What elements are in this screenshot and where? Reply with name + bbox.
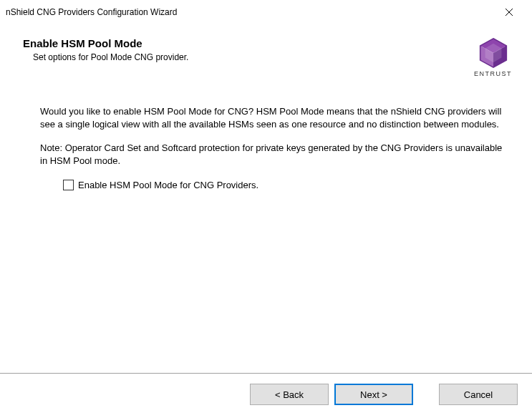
brand-logo: ENTRUST (474, 37, 512, 77)
brand-name: ENTRUST (474, 70, 512, 77)
close-icon (505, 8, 513, 16)
titlebar: nShield CNG Providers Configuration Wiza… (0, 0, 532, 24)
back-button[interactable]: < Back (250, 384, 329, 405)
wizard-footer: < Back Next > Cancel (0, 373, 532, 418)
content-area: Would you like to enable HSM Pool Mode f… (0, 88, 532, 190)
checkbox-label: Enable HSM Pool Mode for CNG Providers. (78, 180, 258, 190)
wizard-header: Enable HSM Pool Mode Set options for Poo… (0, 24, 532, 87)
note-text: Note: Operator Card Set and Softcard pro… (40, 142, 503, 167)
window-title: nShield CNG Providers Configuration Wiza… (6, 7, 177, 17)
enable-pool-mode-option[interactable]: Enable HSM Pool Mode for CNG Providers. (63, 180, 503, 190)
header-text: Enable HSM Pool Mode Set options for Poo… (23, 37, 474, 62)
page-subtitle: Set options for Pool Mode CNG provider. (33, 52, 474, 62)
cancel-button[interactable]: Cancel (439, 384, 518, 405)
page-title: Enable HSM Pool Mode (23, 37, 474, 49)
description-text: Would you like to enable HSM Pool Mode f… (40, 105, 503, 130)
close-button[interactable] (495, 2, 523, 22)
enable-pool-mode-checkbox[interactable] (63, 180, 74, 190)
hexagon-icon (478, 37, 509, 69)
next-button[interactable]: Next > (334, 384, 413, 405)
